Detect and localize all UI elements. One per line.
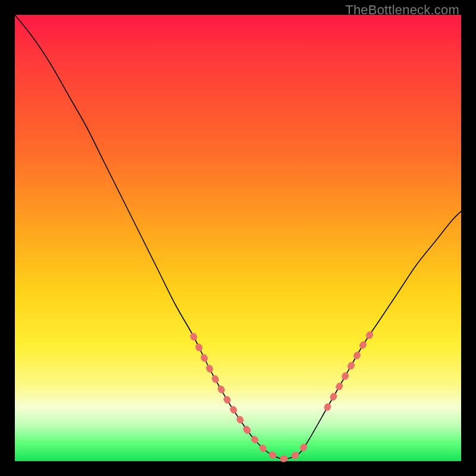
chart-stage: TheBottleneck.com (0, 0, 476, 476)
chart-svg (15, 15, 461, 461)
watermark-text: TheBottleneck.com (345, 2, 459, 18)
left-dots (193, 336, 247, 430)
bottleneck-curve (15, 15, 461, 459)
plot-area (15, 15, 461, 461)
valley-dots (247, 430, 308, 459)
